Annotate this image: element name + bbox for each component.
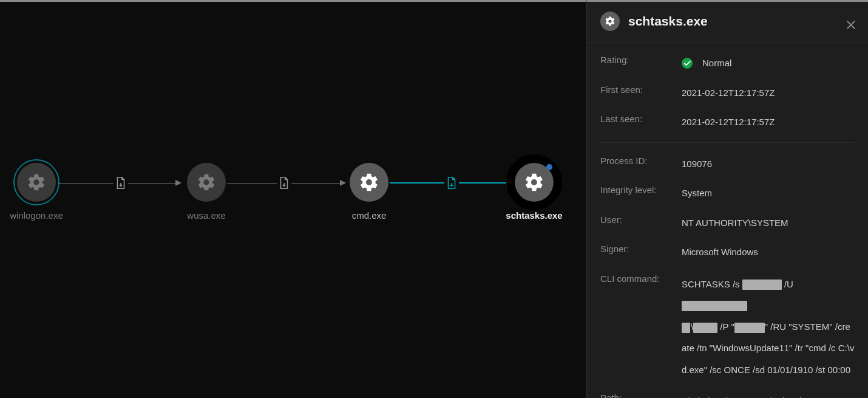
redacted-text: XXXX xyxy=(734,323,765,333)
value-path: c:\windows\syswow64\schtasks.exe xyxy=(682,393,855,398)
node-label: cmd.exe xyxy=(336,210,402,221)
label-first-seen: First seen: xyxy=(600,84,682,102)
label-signer: Signer: xyxy=(600,244,682,261)
label-integrity: Integrity level: xyxy=(600,185,682,202)
node-label: wusa.exe xyxy=(173,210,240,221)
process-node-wusa[interactable]: wusa.exe xyxy=(173,163,240,221)
gear-icon xyxy=(359,172,379,193)
value-cli: SCHTASKS /s XXXXX /U XXXXXXXX X\XXX /P "… xyxy=(682,273,855,380)
file-icon xyxy=(277,176,291,190)
value-first-seen: 2021-02-12T12:17:57Z xyxy=(682,84,855,102)
gear-icon xyxy=(197,173,216,192)
process-node-cmd[interactable]: cmd.exe xyxy=(336,163,402,221)
label-last-seen: Last seen: xyxy=(600,114,682,131)
node-label: winlogon.exe xyxy=(3,210,70,221)
value-process-id: 109076 xyxy=(682,156,855,173)
redacted-text: XXXXX xyxy=(742,280,782,290)
gear-icon xyxy=(524,172,544,193)
close-button[interactable] xyxy=(843,16,860,33)
redacted-text: X xyxy=(682,323,690,333)
value-rating: Normal xyxy=(682,55,855,72)
value-integrity: System xyxy=(682,185,855,202)
redacted-text: XXX xyxy=(693,323,717,333)
label-rating: Rating: xyxy=(600,55,682,72)
value-last-seen: 2021-02-12T12:17:57Z xyxy=(682,114,855,131)
label-user: User: xyxy=(600,214,682,232)
file-icon xyxy=(114,176,128,190)
gear-icon xyxy=(600,12,620,31)
label-cli: CLI command: xyxy=(600,273,682,380)
value-signer: Microsoft Windows xyxy=(682,244,855,261)
redacted-text: XXXXXXXX xyxy=(682,301,747,311)
selection-ring xyxy=(13,159,59,205)
label-path: Path: xyxy=(600,393,682,398)
process-graph-canvas[interactable]: winlogon.exe wusa.exe xyxy=(0,0,586,398)
check-circle-icon xyxy=(682,58,693,69)
node-label: schtasks.exe xyxy=(501,210,568,221)
process-node-schtasks[interactable]: schtasks.exe xyxy=(501,163,568,221)
label-process-id: Process ID: xyxy=(600,156,682,173)
panel-title: schtasks.exe xyxy=(628,14,708,29)
file-icon xyxy=(444,176,459,190)
close-icon xyxy=(845,19,857,31)
value-user: NT AUTHORITY\SYSTEM xyxy=(682,214,855,232)
details-panel: schtasks.exe Rating: Normal First seen: … xyxy=(586,0,868,398)
event-indicator-dot xyxy=(546,164,552,170)
process-node-winlogon[interactable]: winlogon.exe xyxy=(3,163,70,221)
